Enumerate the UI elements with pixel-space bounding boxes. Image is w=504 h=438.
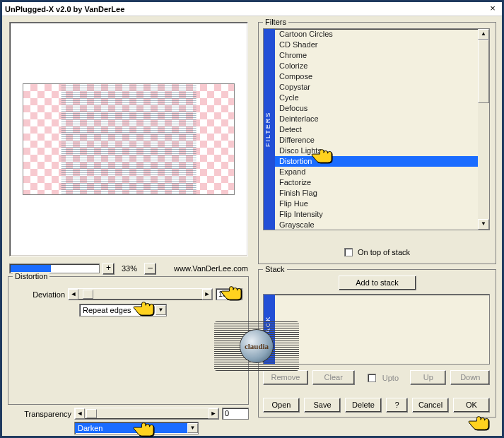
filters-items[interactable]: Cartoon CirclesCD ShaderChromeColorizeCo… — [275, 29, 478, 230]
filters-side-label: FILTERS — [264, 29, 275, 230]
zoom-minus-button[interactable]: – — [144, 263, 156, 275]
filter-item[interactable]: Cycle — [275, 93, 478, 103]
filter-item[interactable]: Flip Hue — [275, 199, 478, 209]
filter-item[interactable]: CD Shader — [275, 40, 478, 50]
filter-item[interactable]: Difference — [275, 135, 478, 146]
window-title: UnPlugged-X v2.0 by VanDerLee — [5, 5, 486, 13]
filter-item[interactable]: Distortion — [275, 156, 478, 167]
up-button[interactable]: Up — [410, 370, 446, 385]
filter-item[interactable]: Detect — [275, 124, 478, 135]
window: UnPlugged-X v2.0 by VanDerLee × + 33% – … — [0, 0, 504, 438]
chevron-down-icon: ▼ — [187, 423, 198, 433]
open-button[interactable]: Open — [263, 398, 300, 413]
edge-mode-select[interactable]: Repeat edges ▼ — [79, 304, 167, 316]
filters-list[interactable]: FILTERS Cartoon CirclesCD ShaderChromeCo… — [263, 28, 490, 230]
deviation-value[interactable]: 10 — [216, 288, 242, 300]
scroll-down-icon[interactable]: ▼ — [478, 219, 489, 230]
blend-mode-value: Darken — [75, 423, 187, 433]
distortion-group-label: Distortion — [13, 272, 49, 280]
titlebar: UnPlugged-X v2.0 by VanDerLee × — [2, 2, 502, 16]
on-top-row: On top of stack — [259, 247, 496, 256]
filter-item[interactable]: Disco Lights — [275, 146, 478, 156]
close-icon[interactable]: × — [486, 4, 499, 15]
on-top-label: On top of stack — [358, 248, 410, 256]
content: + 33% – www.VanDerLee.com Distortion Dev… — [2, 16, 502, 436]
vendor-link[interactable]: www.VanDerLee.com — [174, 264, 248, 273]
zoom-percent: 33% — [117, 264, 141, 273]
filter-item[interactable]: Flip Intensity — [275, 209, 478, 220]
deviation-label: Deviation — [21, 290, 65, 299]
slider-left-icon[interactable]: ◄ — [69, 289, 78, 300]
distortion-overlay — [61, 84, 197, 194]
zoom-plus-button[interactable]: + — [102, 263, 115, 275]
stack-group-label: Stack — [263, 265, 287, 273]
scroll-up-icon[interactable]: ▲ — [478, 29, 489, 40]
scroll-thumb[interactable] — [478, 40, 489, 103]
ok-button[interactable]: OK — [453, 398, 490, 413]
edge-mode-value: Repeat edges — [80, 305, 156, 315]
filter-item[interactable]: Colorize — [275, 61, 478, 71]
transparency-slider[interactable]: ◄ ► — [74, 408, 219, 420]
filter-item[interactable]: Copystar — [275, 82, 478, 93]
transparency-row: Transparency ◄ ► 0 Darken ▼ — [8, 408, 249, 434]
chevron-down-icon: ▼ — [156, 305, 166, 315]
filter-item[interactable]: Expand — [275, 167, 478, 177]
filters-group: Filters FILTERS Cartoon CirclesCD Shader… — [258, 22, 496, 264]
dialog-buttons: Open Save Delete ? Cancel OK — [263, 398, 490, 413]
on-top-checkbox[interactable] — [344, 248, 353, 256]
preview-area — [9, 22, 248, 256]
down-button[interactable]: Down — [450, 370, 490, 385]
remove-button[interactable]: Remove — [263, 370, 308, 385]
slider-right-icon[interactable]: ► — [209, 408, 218, 419]
preview-image — [23, 83, 235, 195]
slider-right-icon[interactable]: ► — [202, 289, 212, 300]
delete-button[interactable]: Delete — [345, 398, 382, 413]
filter-item[interactable]: Chrome — [275, 50, 478, 61]
filter-item[interactable]: Defocus — [275, 103, 478, 114]
upto-label: Upto — [380, 374, 406, 382]
scrollbar[interactable]: ▲ ▼ — [478, 29, 489, 230]
filters-group-label: Filters — [263, 18, 288, 26]
help-button[interactable]: ? — [386, 398, 408, 413]
slider-left-icon[interactable]: ◄ — [75, 408, 85, 419]
transparency-value[interactable]: 0 — [222, 408, 249, 420]
filter-item[interactable]: Cartoon Circles — [275, 29, 478, 40]
deviation-slider[interactable]: ◄ ► — [68, 288, 213, 300]
watermark: claudia — [214, 321, 299, 371]
upto-checkbox[interactable] — [368, 374, 376, 382]
watermark-text: claudia — [245, 342, 269, 350]
transparency-label: Transparency — [8, 410, 71, 418]
save-button[interactable]: Save — [304, 398, 341, 413]
filter-item[interactable]: Compose — [275, 71, 478, 82]
distortion-group: Distortion Deviation ◄ ► 10 Repeat edges… — [8, 276, 249, 405]
cancel-button[interactable]: Cancel — [412, 398, 449, 413]
blend-mode-select[interactable]: Darken ▼ — [74, 422, 199, 434]
add-to-stack-button[interactable]: Add to stack — [339, 276, 416, 290]
filter-item[interactable]: Grayscale — [275, 220, 478, 230]
filter-item[interactable]: Factorize — [275, 177, 478, 188]
filter-item[interactable]: Finish Flag — [275, 188, 478, 199]
filter-item[interactable]: Deinterlace — [275, 114, 478, 124]
clear-button[interactable]: Clear — [312, 370, 355, 385]
